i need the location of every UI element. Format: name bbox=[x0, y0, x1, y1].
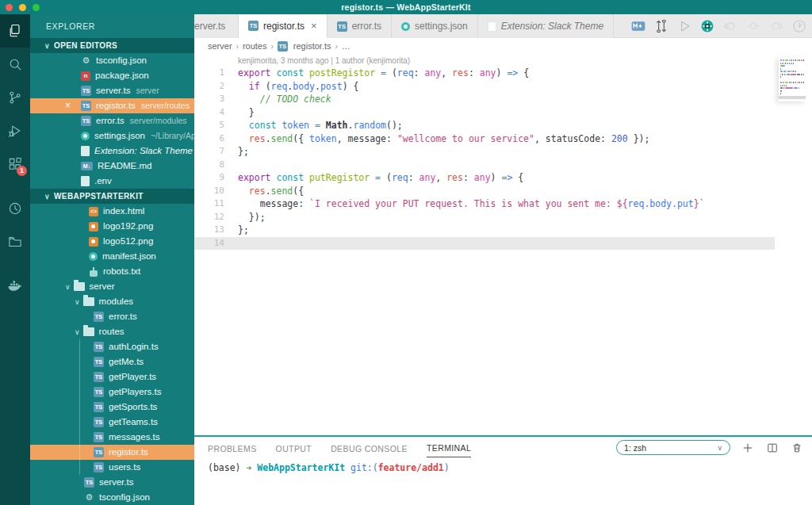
extension-gear-icon[interactable] bbox=[699, 18, 715, 34]
nav-dot-icon[interactable] bbox=[745, 18, 761, 34]
minimap[interactable] bbox=[779, 57, 806, 101]
md-file-icon: M↓ bbox=[81, 162, 93, 170]
breadcrumb-separator: › bbox=[270, 42, 273, 51]
new-terminal-icon[interactable] bbox=[741, 441, 755, 455]
ts-file-icon: TS bbox=[94, 342, 104, 352]
open-editor-item[interactable]: Extension: Slack Theme bbox=[30, 143, 194, 159]
breadcrumb-item[interactable]: registor.ts bbox=[293, 41, 331, 51]
chevron-down-icon: ∨ bbox=[75, 298, 80, 306]
panel-tab-output[interactable]: OUTPUT bbox=[276, 439, 312, 457]
tree-item-server.ts[interactable]: TSserver.ts bbox=[30, 475, 194, 490]
close-icon[interactable]: × bbox=[311, 20, 317, 32]
tree-item-logo192.png[interactable]: logo192.png bbox=[30, 219, 194, 234]
robot-file-icon bbox=[89, 267, 98, 277]
compare-changes-icon[interactable] bbox=[653, 18, 669, 34]
gear-file-icon: ⚙ bbox=[84, 492, 94, 503]
tree-item-label: users.ts bbox=[109, 462, 140, 472]
tab-label: settings.json bbox=[415, 21, 468, 32]
run-debug-icon[interactable] bbox=[0, 114, 30, 147]
open-editor-item[interactable]: TSerror.tsserver/modules bbox=[30, 113, 194, 128]
tree-item-messages.ts[interactable]: TSmessages.ts bbox=[30, 430, 194, 445]
open-editor-item[interactable]: settings.json~/Library/Applicati... bbox=[30, 128, 194, 143]
tree-item-manifest.json[interactable]: manifest.json bbox=[30, 249, 194, 264]
tree-item-logo512.png[interactable]: logo512.png bbox=[30, 234, 194, 249]
vscode-window: registor.ts — WebAppStarterKIt 1 EXPLORE… bbox=[0, 0, 812, 505]
tree-item-robots.txt[interactable]: robots.txt bbox=[30, 264, 194, 279]
bottom-panel: PROBLEMSOUTPUTDEBUG CONSOLETERMINAL 1: z… bbox=[194, 435, 812, 505]
kill-terminal-icon[interactable] bbox=[790, 441, 804, 455]
open-editor-item[interactable]: .env bbox=[30, 174, 194, 189]
terminal-shell-select[interactable]: 1: zsh ∨ bbox=[616, 440, 730, 455]
editor-tab-error.ts[interactable]: TSerror.ts bbox=[327, 14, 392, 38]
explorer-icon[interactable] bbox=[0, 14, 30, 48]
code-line-8: 8 bbox=[194, 159, 812, 172]
img-file-icon bbox=[89, 222, 98, 231]
split-terminal-icon[interactable] bbox=[765, 441, 779, 455]
history-circle-icon[interactable] bbox=[791, 18, 807, 34]
tree-item-label: getSports.ts bbox=[109, 402, 157, 411]
breadcrumb-item[interactable]: … bbox=[342, 41, 350, 51]
nav-back-icon[interactable] bbox=[722, 18, 738, 34]
editor-tab-server.ts[interactable]: server.ts bbox=[194, 14, 239, 38]
source-control-icon[interactable] bbox=[0, 81, 30, 114]
code-line-13: 13}; bbox=[194, 224, 812, 237]
line-number: 3 bbox=[194, 93, 224, 106]
open-editor-item[interactable]: ⚙tsconfig.json bbox=[30, 53, 194, 68]
open-editor-item[interactable]: npackage.json bbox=[30, 68, 194, 83]
breadcrumb-item[interactable]: routes bbox=[243, 41, 267, 51]
ts-file-icon: TS bbox=[94, 387, 104, 397]
tree-folder-server[interactable]: ∨server bbox=[30, 279, 194, 294]
open-editor-item[interactable]: M↓README.md bbox=[30, 159, 194, 174]
terminal-output[interactable]: (base) ➜ WebAppStarterKIt git:(feature/a… bbox=[194, 459, 812, 473]
panel-tab-problems[interactable]: PROBLEMS bbox=[208, 439, 257, 457]
tree-item-index.html[interactable]: <>index.html bbox=[30, 204, 194, 219]
code-line-5: 5 const token = Math.random(); bbox=[194, 119, 812, 132]
gear-file-icon: ⚙ bbox=[81, 55, 91, 66]
open-editor-label: registor.ts bbox=[96, 101, 136, 110]
tree-item-getPlayers.ts[interactable]: TSgetPlayers.ts bbox=[30, 384, 194, 400]
open-editors-header[interactable]: ∨OPEN EDITORS bbox=[30, 38, 194, 53]
markdown-preview-icon[interactable] bbox=[630, 18, 646, 34]
run-icon[interactable] bbox=[676, 18, 692, 34]
tree-item-getMe.ts[interactable]: TSgetMe.ts bbox=[30, 354, 194, 369]
indent-guide bbox=[79, 415, 80, 430]
tree-folder-modules[interactable]: ∨modules bbox=[30, 294, 194, 309]
tree-item-registor.ts[interactable]: TSregistor.ts bbox=[30, 445, 194, 460]
history-icon[interactable] bbox=[0, 192, 30, 225]
editor-tab-extension-slack-theme[interactable]: Extension: Slack Theme bbox=[478, 14, 614, 38]
panel-tab-terminal[interactable]: TERMINAL bbox=[427, 438, 471, 457]
open-editor-label: error.ts bbox=[96, 116, 124, 125]
tree-item-users.ts[interactable]: TSusers.ts bbox=[30, 460, 194, 475]
tab-label: registor.ts bbox=[263, 21, 304, 32]
ts-file-icon: TS bbox=[94, 432, 104, 442]
close-window-button[interactable] bbox=[6, 4, 13, 11]
tree-item-label: logo192.png bbox=[103, 221, 153, 231]
tree-item-getPlayer.ts[interactable]: TSgetPlayer.ts bbox=[30, 369, 194, 384]
folder-icon[interactable] bbox=[0, 225, 30, 258]
breadcrumb-separator: › bbox=[236, 42, 239, 51]
project-section-header[interactable]: ∨WEBAPPSTARTERKIT bbox=[30, 189, 194, 204]
open-editor-item[interactable]: ×TSregistor.tsserver/routes bbox=[30, 98, 194, 113]
tree-folder-routes[interactable]: ∨routes bbox=[30, 324, 194, 339]
zoom-window-button[interactable] bbox=[33, 4, 40, 11]
breadcrumb-item[interactable]: server bbox=[208, 41, 232, 51]
extensions-icon[interactable]: 1 bbox=[0, 147, 30, 181]
tree-item-tsconfig.json[interactable]: ⚙tsconfig.json bbox=[30, 490, 194, 505]
tree-item-label: getPlayer.ts bbox=[109, 372, 156, 381]
search-icon[interactable] bbox=[0, 48, 30, 81]
tree-item-error.ts[interactable]: TSerror.ts bbox=[30, 309, 194, 324]
close-icon[interactable]: × bbox=[65, 98, 71, 113]
tree-item-getSports.ts[interactable]: TSgetSports.ts bbox=[30, 400, 194, 415]
tree-item-getTeams.ts[interactable]: TSgetTeams.ts bbox=[30, 415, 194, 430]
panel-tab-debug-console[interactable]: DEBUG CONSOLE bbox=[331, 439, 408, 457]
nav-forward-icon[interactable] bbox=[768, 18, 784, 34]
open-editor-item[interactable]: TSserver.tsserver bbox=[30, 83, 194, 98]
editor-tab-settings.json[interactable]: settings.json bbox=[392, 14, 478, 38]
editor-tab-registor.ts[interactable]: TSregistor.ts× bbox=[239, 14, 327, 38]
open-editor-label: package.json bbox=[95, 71, 149, 80]
minimize-window-button[interactable] bbox=[19, 4, 26, 11]
tree-item-authLogin.ts[interactable]: TSauthLogin.ts bbox=[30, 339, 194, 354]
code-editor[interactable]: kenjimorita, 3 months ago | 1 author (ke… bbox=[194, 54, 812, 435]
docker-icon[interactable] bbox=[0, 270, 30, 303]
indent-guide bbox=[79, 354, 80, 369]
